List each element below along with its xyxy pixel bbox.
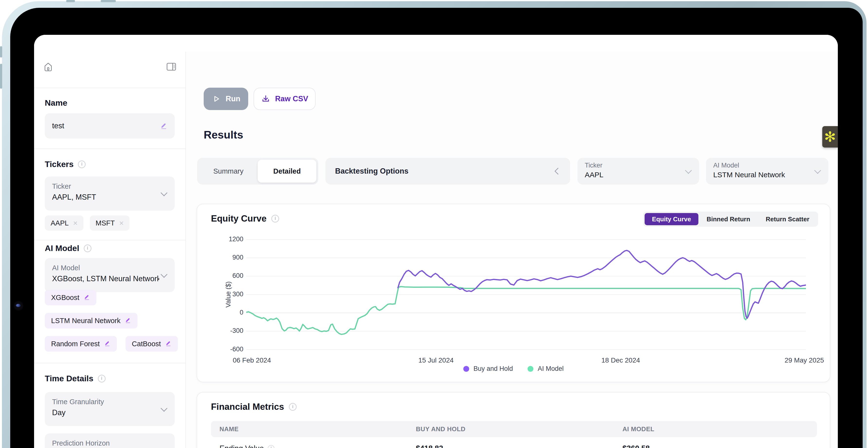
panel-toggle-icon[interactable]: [166, 61, 177, 72]
model-chip[interactable]: Random Forest: [45, 336, 117, 352]
close-icon[interactable]: ×: [119, 219, 124, 227]
y-tick-label: 900: [207, 254, 243, 261]
divider: [34, 149, 185, 149]
legend-label: AI Model: [538, 365, 564, 372]
model-chip[interactable]: LSTM Neural Network: [45, 313, 137, 328]
legend-item[interactable]: Buy and Hold: [463, 365, 513, 372]
prediction-horizon-field[interactable]: Prediction Horizon 3: [45, 434, 175, 448]
y-tick-label: 600: [207, 272, 243, 279]
sidebar-header: [34, 52, 185, 88]
page-title: Results: [204, 128, 243, 141]
backtesting-options-accordion[interactable]: Backtesting Options: [326, 158, 570, 184]
info-icon[interactable]: [271, 215, 279, 222]
app-top-bar: [34, 35, 838, 52]
info-icon[interactable]: [268, 445, 275, 448]
y-tick-label: 0: [207, 309, 243, 316]
play-icon: [215, 96, 219, 101]
table-row: Ending Value $418.82 $360.58: [211, 441, 817, 448]
tablet-side-button: [0, 46, 2, 57]
y-tick-label: -300: [207, 327, 243, 334]
y-tick-label: 300: [207, 291, 243, 298]
result-model-dropdown[interactable]: AI Model LSTM Neural Network: [706, 158, 828, 184]
name-input[interactable]: test: [45, 113, 175, 139]
edit-pencil-icon[interactable]: [125, 317, 131, 325]
y-tick-label: -600: [207, 346, 243, 353]
column-ai-model: AI MODEL: [622, 425, 654, 433]
metric-ai-model-value: $360.58: [622, 444, 650, 448]
model-chip[interactable]: CatBoost: [126, 336, 178, 352]
tab-detailed[interactable]: Detailed: [258, 160, 316, 183]
legend-dot-icon: [463, 366, 469, 372]
tablet-side-button: [0, 64, 2, 89]
app-screen: Name test Tickers Ticker AAPL, MSFT AAPL…: [34, 35, 838, 448]
x-tick-label: 15 Jul 2024: [418, 356, 454, 364]
divider: [34, 240, 185, 240]
tablet-top-button: [101, 0, 116, 2]
legend-dot-icon: [528, 366, 533, 372]
equity-curve-card: Equity Curve Equity Curve Binned Return …: [197, 204, 830, 382]
ticker-dropdown[interactable]: Ticker AAPL, MSFT: [45, 177, 175, 211]
close-icon[interactable]: ×: [73, 219, 78, 227]
device-frame: Name test Tickers Ticker AAPL, MSFT AAPL…: [0, 0, 868, 448]
home-icon[interactable]: [43, 61, 54, 72]
sidebar: Name test Tickers Ticker AAPL, MSFT AAPL…: [34, 52, 186, 448]
info-icon[interactable]: [78, 160, 86, 168]
run-button[interactable]: Run: [204, 88, 248, 110]
assistant-badge[interactable]: ✻: [822, 126, 838, 148]
legend-label: Buy and Hold: [473, 365, 513, 372]
name-value: test: [52, 121, 64, 130]
time-details-section-heading: Time Details: [45, 374, 105, 383]
ai-model-dropdown[interactable]: AI Model XGBoost, LSTM Neural Network, R…: [45, 258, 175, 292]
download-icon: [261, 94, 271, 104]
edit-pencil-icon[interactable]: [104, 340, 111, 348]
metric-name: Ending Value: [219, 444, 275, 448]
info-icon[interactable]: [98, 375, 105, 383]
raw-csv-button[interactable]: Raw CSV: [254, 88, 316, 110]
x-tick-label: 29 May 2025: [784, 356, 824, 364]
asterisk-icon: ✻: [824, 130, 836, 144]
ticker-tag: AAPL×: [45, 215, 84, 231]
main-content: Run Raw CSV Results Summary Detailed Bac…: [186, 52, 838, 448]
time-granularity-dropdown[interactable]: Time Granularity Day: [45, 392, 175, 426]
edit-pencil-icon[interactable]: [84, 294, 90, 302]
ticker-tag: MSFT×: [90, 215, 130, 231]
financial-metrics-card: Financial Metrics NAME BUY AND HOLD AI M…: [197, 392, 830, 448]
chevron-left-icon: [555, 168, 561, 175]
metric-buy-and-hold-value: $418.82: [416, 444, 443, 448]
x-tick-label: 18 Dec 2024: [601, 356, 640, 364]
legend-item[interactable]: AI Model: [528, 365, 564, 372]
financial-metrics-title: Financial Metrics: [211, 402, 297, 412]
chevron-down-icon: [161, 271, 167, 278]
toggle-return-scatter[interactable]: Return Scatter: [758, 213, 817, 225]
result-ticker-dropdown[interactable]: Ticker AAPL: [578, 158, 699, 184]
tablet-top-button: [66, 0, 75, 2]
ai-model-section-heading: AI Model: [45, 243, 92, 253]
model-chip[interactable]: XGBoost: [45, 290, 96, 305]
tickers-section-heading: Tickers: [45, 159, 86, 169]
results-tabs: Summary Detailed: [197, 158, 318, 184]
chart-type-toggle: Equity Curve Binned Return Return Scatte…: [643, 212, 818, 227]
name-section-heading: Name: [45, 98, 67, 108]
column-buy-and-hold: BUY AND HOLD: [416, 425, 466, 433]
toggle-binned-return[interactable]: Binned Return: [700, 213, 757, 225]
table-header: NAME BUY AND HOLD AI MODEL: [211, 421, 817, 437]
toggle-equity-curve[interactable]: Equity Curve: [645, 213, 698, 225]
divider: [34, 363, 185, 363]
info-icon[interactable]: [289, 403, 297, 411]
equity-curve-title: Equity Curve: [211, 213, 279, 224]
equity-curve-chart: [246, 236, 806, 353]
chart-legend: Buy and HoldAI Model: [197, 365, 830, 372]
column-name: NAME: [219, 425, 239, 433]
tab-summary[interactable]: Summary: [199, 160, 258, 183]
edit-pencil-icon[interactable]: [160, 122, 167, 130]
front-camera: [13, 301, 23, 311]
y-tick-label: 1200: [207, 235, 243, 243]
info-icon[interactable]: [84, 244, 92, 252]
x-tick-label: 06 Feb 2024: [232, 356, 271, 364]
edit-pencil-icon[interactable]: [165, 340, 172, 348]
